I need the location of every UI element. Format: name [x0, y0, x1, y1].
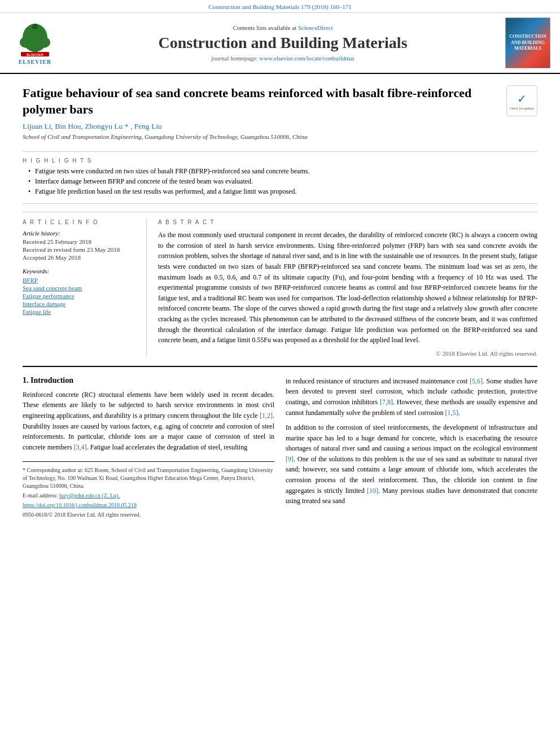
homepage-label: journal homepage: — [211, 55, 257, 62]
svg-point-3 — [37, 37, 50, 48]
keyword-4[interactable]: Interface damage — [23, 300, 137, 307]
received-date: Received 25 February 2018 — [23, 238, 137, 245]
contents-label: Contents lists available at — [233, 24, 296, 31]
keyword-2[interactable]: Sea sand concrete beam — [23, 285, 137, 291]
article-info-abstract-section: A R T I C L E I N F O Article history: R… — [23, 212, 537, 357]
journal-logo-box: Construction and Building MATERIALS — [505, 18, 550, 68]
body-section: 1. Introduction Reinforced concrete (RC)… — [23, 376, 537, 521]
intro-heading: 1. Introduction — [23, 376, 274, 385]
page-wrapper: Construction and Building Materials 179 … — [0, 0, 560, 747]
issn-line: 0950-0618/© 2018 Elsevier Ltd. All right… — [23, 511, 274, 519]
keywords-block: Keywords: BFRP Sea sand concrete beam Fa… — [23, 268, 137, 315]
history-block: Article history: Received 25 February 20… — [23, 230, 137, 261]
article-authors: Lijuan Li, Bin Hou, Zhongyu Lu * , Feng … — [23, 122, 501, 131]
main-content: Fatigue behaviour of sea sand concrete b… — [0, 74, 560, 532]
homepage-link[interactable]: www.elsevier.com/locate/conbuildmat — [259, 55, 355, 62]
journal-top-bar: Construction and Building Materials 179 … — [0, 0, 560, 13]
accepted-date: Accepted 26 May 2018 — [23, 254, 137, 261]
highlight-item-3: Fatigue life prediction based on the tes… — [28, 187, 537, 196]
sciencedirect-line: Contents lists available at ScienceDirec… — [233, 24, 333, 31]
elsevier-logo-area: ELSEVIER ELSEVIER — [7, 18, 63, 68]
keywords-title: Keywords: — [23, 268, 137, 274]
intro-para3: In addition to the corrosion of steel re… — [286, 422, 537, 506]
header-center: Contents lists available at ScienceDirec… — [68, 18, 498, 68]
intro-para2: in reduced resistance of structures and … — [286, 376, 537, 418]
elsevier-logo: ELSEVIER ELSEVIER — [15, 21, 55, 65]
email-line: E-mail address: luzy@gdut.edu.cn (Z. Lu)… — [23, 492, 274, 500]
journal-logo-title: Construction and Building MATERIALS — [509, 34, 546, 51]
ref-10[interactable]: [10] — [367, 487, 378, 495]
svg-point-4 — [32, 24, 38, 29]
keyword-3[interactable]: Fatigue performance — [23, 292, 137, 299]
article-info-col: A R T I C L E I N F O Article history: R… — [23, 219, 147, 357]
journal-citation: Construction and Building Materials 179 … — [208, 3, 352, 10]
doi-link[interactable]: https://doi.org/10.1016/j.conbuildmat.20… — [23, 502, 137, 508]
corresponding-author-link[interactable]: Zhongyu Lu * — [85, 122, 128, 130]
highlight-item-1: Fatigue tests were conducted on two size… — [28, 167, 537, 176]
ref-7-8[interactable]: [7,8] — [380, 398, 393, 406]
authors-text: Lijuan Li, Bin Hou, — [23, 122, 85, 130]
elsevier-tree-icon: ELSEVIER — [15, 21, 55, 58]
abstract-text: As the most commonly used structural com… — [158, 230, 537, 346]
svg-text:ELSEVIER: ELSEVIER — [27, 53, 43, 56]
elsevier-text: ELSEVIER — [19, 59, 52, 65]
authors-end: , Feng Liu — [130, 122, 162, 130]
journal-logo-area: Construction and Building MATERIALS — [502, 18, 553, 68]
abstract-label: A B S T R A C T — [158, 219, 537, 225]
footnote-section: * Corresponding author at: 625 Room, Sch… — [23, 461, 274, 519]
journal-homepage: journal homepage: www.elsevier.com/locat… — [211, 55, 354, 62]
check-badge-text: Check for updates — [510, 107, 535, 110]
journal-title-header: Construction and Building Materials — [158, 33, 407, 53]
ref-1-2[interactable]: [1,2] — [260, 412, 273, 420]
article-title: Fatigue behaviour of sea sand concrete b… — [23, 85, 501, 117]
body-col-left: 1. Introduction Reinforced concrete (RC)… — [23, 376, 274, 521]
ref-5-6[interactable]: [5,6] — [470, 377, 483, 385]
copyright-line: © 2018 Elsevier Ltd. All rights reserved… — [158, 350, 537, 357]
sciencedirect-link[interactable]: ScienceDirect — [298, 24, 333, 31]
ref-9[interactable]: [9] — [286, 455, 294, 463]
corresponding-note: * Corresponding author at: 625 Room, Sch… — [23, 466, 274, 490]
section-divider — [23, 366, 537, 367]
header-section: ELSEVIER ELSEVIER Contents lists availab… — [0, 13, 560, 74]
article-info-label: A R T I C L E I N F O — [23, 219, 137, 225]
history-title: Article history: — [23, 230, 137, 237]
intro-para1: Reinforced concrete (RC) structural elem… — [23, 390, 274, 453]
doi-line: https://doi.org/10.1016/j.conbuildmat.20… — [23, 501, 274, 509]
highlights-section: H I G H L I G H T S Fatigue tests were c… — [23, 151, 537, 204]
article-title-text: Fatigue behaviour of sea sand concrete b… — [23, 85, 501, 140]
ref-3-4[interactable]: [3,4] — [74, 443, 87, 451]
body-col-right: in reduced resistance of structures and … — [286, 376, 537, 521]
article-title-section: Fatigue behaviour of sea sand concrete b… — [23, 85, 537, 145]
email-label: E-mail address: — [23, 492, 58, 499]
abstract-col: A B S T R A C T As the most commonly use… — [158, 219, 537, 357]
check-updates-icon: ✓ — [517, 92, 527, 106]
ref-1-5[interactable]: [1,5] — [445, 409, 458, 417]
svg-point-2 — [20, 37, 33, 48]
revised-date: Received in revised form 23 May 2018 — [23, 246, 137, 253]
email-link[interactable]: luzy@gdut.edu.cn (Z. Lu). — [59, 492, 120, 499]
article-affiliation: School of Civil and Transportation Engin… — [23, 133, 501, 140]
keyword-5[interactable]: Fatigue life — [23, 308, 137, 315]
keyword-1[interactable]: BFRP — [23, 277, 137, 283]
highlight-item-2: Interface damage between BFRP and concre… — [28, 177, 537, 186]
highlights-label: H I G H L I G H T S — [23, 158, 537, 164]
check-for-updates-badge: ✓ Check for updates — [506, 85, 537, 116]
highlights-list: Fatigue tests were conducted on two size… — [23, 167, 537, 196]
